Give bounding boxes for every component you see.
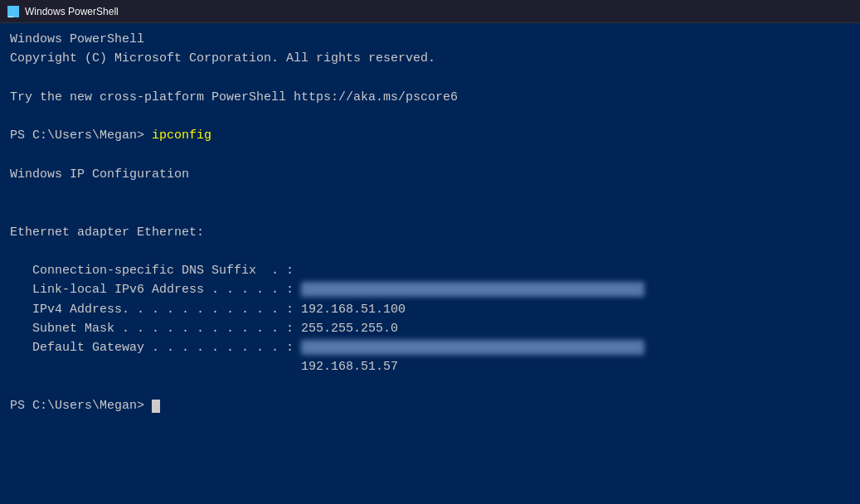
line-empty-4: [10, 184, 850, 203]
line-windows-ip-config: Windows IP Configuration: [10, 165, 850, 184]
line-ipv4: IPv4 Address. . . . . . . . . . . : 192.…: [10, 300, 850, 319]
line-windows-ps: Windows PowerShell: [10, 30, 850, 49]
line-gateway-ip: 192.168.51.57: [10, 357, 850, 376]
line-prompt-ipconfig: PS C:\Users\Megan> ipconfig: [10, 126, 850, 145]
line-dns-suffix: Connection-specific DNS Suffix . :: [10, 261, 850, 280]
line-try: Try the new cross-platform PowerShell ht…: [10, 88, 850, 107]
ipv6-blurred: [301, 282, 644, 297]
line-empty-3: [10, 146, 850, 165]
gateway-blurred: [301, 340, 644, 355]
line-empty-1: [10, 69, 850, 88]
line-gateway: Default Gateway . . . . . . . . . :: [10, 338, 850, 357]
prompt-prefix: PS C:\Users\Megan>: [10, 128, 152, 143]
line-empty-2: [10, 107, 850, 126]
line-empty-5: [10, 203, 850, 222]
title-bar-label: Windows PowerShell: [25, 6, 119, 17]
line-ethernet-adapter: Ethernet adapter Ethernet:: [10, 223, 850, 242]
ipconfig-cmd: ipconfig: [152, 128, 211, 143]
line-final-prompt: PS C:\Users\Megan>: [10, 396, 850, 415]
terminal-body[interactable]: Windows PowerShell Copyright (C) Microso…: [0, 23, 860, 504]
line-ipv6: Link-local IPv6 Address . . . . . :: [10, 280, 850, 299]
ipv6-prefix: Link-local IPv6 Address . . . . . :: [10, 283, 301, 297]
powershell-window: _ Windows PowerShell Windows PowerShell …: [0, 0, 860, 504]
gateway-prefix: Default Gateway . . . . . . . . . :: [10, 341, 301, 355]
line-copyright: Copyright (C) Microsoft Corporation. All…: [10, 49, 850, 68]
svg-text:_: _: [8, 7, 13, 17]
title-bar: _ Windows PowerShell: [0, 0, 860, 23]
final-prompt-prefix: PS C:\Users\Megan>: [10, 399, 152, 413]
line-empty-6: [10, 242, 850, 261]
powershell-icon: _: [7, 5, 20, 18]
line-empty-7: [10, 377, 850, 396]
line-subnet: Subnet Mask . . . . . . . . . . . : 255.…: [10, 319, 850, 338]
cursor-blink: [152, 400, 160, 413]
